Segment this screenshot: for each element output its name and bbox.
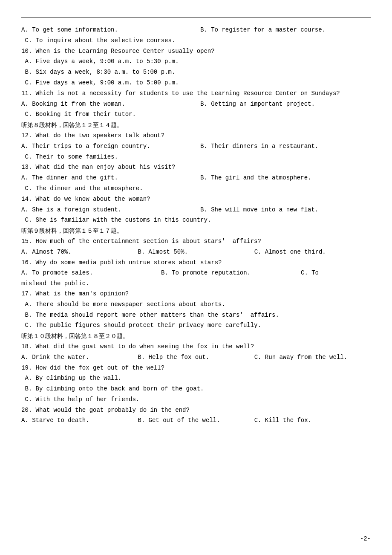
three-col-item-1: B. Almost 50%.	[138, 247, 254, 257]
three-col-item-0: A. Starve to death.	[21, 416, 138, 426]
content-block-10: 12. What do the two speakers talk about?	[21, 131, 371, 141]
text-line: C. Five days a week, 9:00 a.m. to 5:00 p…	[21, 78, 371, 88]
content-block-14: A. The dinner and the gift.B. The girl a…	[21, 173, 371, 183]
text-line: C. The public figures should protect the…	[21, 321, 371, 331]
text-line: C. The dinner and the atmosphere.	[21, 184, 371, 194]
text-line: C. To inquire about the selective course…	[21, 36, 371, 46]
chinese-text-line: 听第１０段材料，回答第１８至２０题。	[21, 331, 371, 341]
text-line: B. The media should report more other ma…	[21, 310, 371, 321]
col-left: A. The dinner and the gift.	[21, 173, 196, 183]
content-block-29: 18. What did the goat want to do when se…	[21, 342, 371, 352]
col-right: B. She will move into a new flat.	[196, 205, 371, 215]
col-left: A. To get some information.	[21, 25, 196, 35]
content-block-2: 10. When is the Learning Resource Center…	[21, 46, 371, 57]
text-line: 15. How much of the entertainment sectio…	[21, 237, 371, 247]
three-col-item-0: A. Almost 70%.	[21, 247, 138, 257]
text-line: A. By climbing up the wall.	[21, 373, 371, 384]
content-block-25: A. There should be more newspaper sectio…	[21, 300, 371, 310]
text-line: C. Booking it from their tutor.	[21, 110, 371, 120]
text-line: 20. What would the goat probably do in t…	[21, 405, 371, 416]
continuation-line: mislead the public.	[21, 279, 371, 289]
main-content: A. To get some information.B. To registe…	[21, 25, 371, 426]
two-col-row: A. To get some information.B. To registe…	[21, 25, 371, 35]
content-block-28: 听第１０段材料，回答第１８至２０题。	[21, 331, 371, 341]
three-col-item-1: B. Help the fox out.	[138, 353, 254, 363]
col-right: B. To register for a master course.	[196, 25, 371, 35]
text-line: 10. When is the Learning Resource Center…	[21, 46, 371, 57]
three-col-item-2: C. Run away from the well.	[254, 353, 371, 363]
content-block-35: 20. What would the goat probably do in t…	[21, 405, 371, 416]
content-block-34: C. With the help of her friends.	[21, 395, 371, 405]
text-line: 13. What did the man enjoy about his vis…	[21, 162, 371, 173]
text-line: 11. Which is not a necessity for student…	[21, 89, 371, 99]
continuation-block: mislead the public.	[21, 279, 371, 289]
content-block-33: B. By climbing onto the back and born of…	[21, 384, 371, 394]
content-block-6: 11. Which is not a necessity for student…	[21, 89, 371, 99]
text-line: C. She is familiar with the customs in t…	[21, 215, 371, 225]
content-block-22: 16. Why do some media publish untrue sto…	[21, 258, 371, 268]
text-line: 12. What do the two speakers talk about?	[21, 131, 371, 141]
content-block-20: 15. How much of the entertainment sectio…	[21, 237, 371, 247]
text-line: 18. What did the goat want to do when se…	[21, 342, 371, 352]
col-b: B. To promote reputation.	[161, 268, 301, 278]
content-block-24: 17. What is the man's opinion?	[21, 289, 371, 299]
text-line: B. By climbing onto the back and born of…	[21, 384, 371, 394]
three-col-c-row: A. To promote sales.B. To promote reputa…	[21, 268, 371, 278]
three-col-item-0: A. Drink the water.	[21, 353, 138, 363]
text-line: A. Five days a week, 9:00 a.m. to 5:30 p…	[21, 57, 371, 67]
three-col-row: A. Almost 70%.B. Almost 50%.C. Almost on…	[21, 247, 371, 257]
text-line: C. Their to some families.	[21, 152, 371, 162]
content-block-5: C. Five days a week, 9:00 a.m. to 5:00 p…	[21, 78, 371, 88]
col-right: B. Their dinners in a restaurant.	[196, 142, 371, 152]
col-right: B. The girl and the atmosphere.	[196, 173, 371, 183]
content-block-16: 14. What do we know about the woman?	[21, 194, 371, 205]
content-block-8: C. Booking it from their tutor.	[21, 110, 371, 120]
col-right: B. Getting an important project.	[196, 99, 371, 110]
content-block-13: 13. What did the man enjoy about his vis…	[21, 162, 371, 173]
content-block-11: A. Their trips to a foreign country.B. T…	[21, 142, 371, 152]
three-col-item-2: C. Almost one third.	[254, 247, 371, 257]
two-col-row: A. She is a foreign student.B. She will …	[21, 205, 371, 215]
three-col-row: A. Starve to death.B. Get out of the wel…	[21, 416, 371, 426]
content-block-1: C. To inquire about the selective course…	[21, 36, 371, 46]
chinese-text-line: 听第８段材料，回答第１２至１４题。	[21, 120, 371, 130]
text-line: A. There should be more newspaper sectio…	[21, 300, 371, 310]
content-block-21: A. Almost 70%.B. Almost 50%.C. Almost on…	[21, 247, 371, 257]
text-line: 16. Why do some media publish untrue sto…	[21, 258, 371, 268]
top-divider	[21, 17, 371, 17]
content-block-31: 19. How did the fox get out of the well?	[21, 363, 371, 373]
content-block-9: 听第８段材料，回答第１２至１４题。	[21, 120, 371, 130]
text-line: 19. How did the fox get out of the well?	[21, 363, 371, 373]
content-block-4: B. Six days a week, 8:30 a.m. to 5:00 p.…	[21, 67, 371, 78]
content-block-32: A. By climbing up the wall.	[21, 373, 371, 384]
content-block-17: A. She is a foreign student.B. She will …	[21, 205, 371, 215]
col-left: A. She is a foreign student.	[21, 205, 196, 215]
three-col-item-1: B. Get out of the well.	[138, 416, 254, 426]
text-line: 17. What is the man's opinion?	[21, 289, 371, 299]
two-col-row: A. Their trips to a foreign country.B. T…	[21, 142, 371, 152]
text-line: B. Six days a week, 8:30 a.m. to 5:00 p.…	[21, 67, 371, 78]
col-a: A. To promote sales.	[21, 268, 161, 278]
chinese-text-line: 听第９段材料，回答第１５至１７题。	[21, 226, 371, 236]
content-block-7: A. Booking it from the woman.B. Getting …	[21, 99, 371, 110]
content-block-18: C. She is familiar with the customs in t…	[21, 215, 371, 225]
content-block-23: A. To promote sales.B. To promote reputa…	[21, 268, 371, 278]
content-block-30: A. Drink the water.B. Help the fox out.C…	[21, 353, 371, 363]
col-c: C. To	[301, 268, 371, 278]
three-col-item-2: C. Kill the fox.	[254, 416, 371, 426]
content-block-3: A. Five days a week, 9:00 a.m. to 5:30 p…	[21, 57, 371, 67]
text-line: C. With the help of her friends.	[21, 395, 371, 405]
content-block-26: B. The media should report more other ma…	[21, 310, 371, 321]
content-block-36: A. Starve to death.B. Get out of the wel…	[21, 416, 371, 426]
content-block-12: C. Their to some families.	[21, 152, 371, 162]
content-block-15: C. The dinner and the atmosphere.	[21, 184, 371, 194]
text-line: 14. What do we know about the woman?	[21, 194, 371, 205]
two-col-row: A. The dinner and the gift.B. The girl a…	[21, 173, 371, 183]
two-col-row: A. Booking it from the woman.B. Getting …	[21, 99, 371, 110]
content-block-0: A. To get some information.B. To registe…	[21, 25, 371, 35]
content-block-19: 听第９段材料，回答第１５至１７题。	[21, 226, 371, 236]
page-number: -2-	[360, 535, 371, 542]
content-block-27: C. The public figures should protect the…	[21, 321, 371, 331]
col-left: A. Booking it from the woman.	[21, 99, 196, 110]
col-left: A. Their trips to a foreign country.	[21, 142, 196, 152]
